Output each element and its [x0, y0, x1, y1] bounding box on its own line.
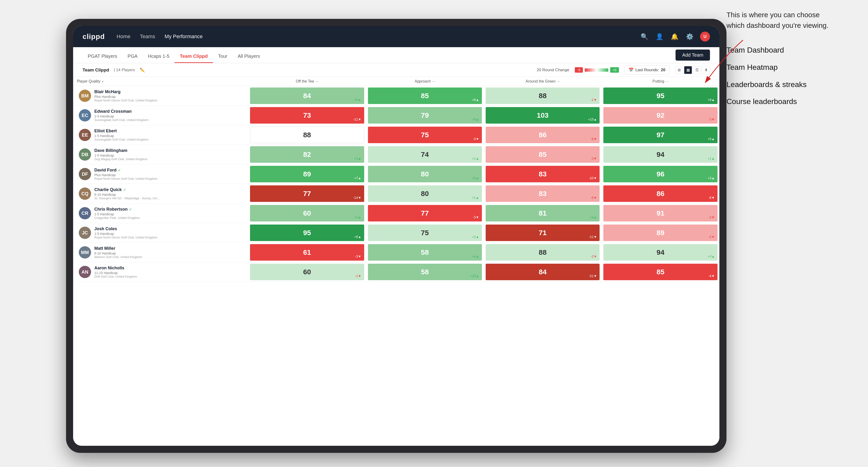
player-cell[interactable]: DF David Ford✓ Plus Handicap Royal North…: [73, 164, 248, 184]
column-header-putting[interactable]: Putting —: [601, 77, 719, 86]
score-cell[interactable]: 84 -21▼: [484, 262, 601, 282]
player-cell[interactable]: CQ Charlie Quick✓ 6-10 Handicap St. Geor…: [73, 184, 248, 204]
score-cell[interactable]: 91 -3▼: [601, 204, 719, 223]
tab-pga[interactable]: PGA: [122, 54, 143, 63]
player-cell[interactable]: DB Dave Billingham 1-5 Handicap Gog Mago…: [73, 145, 248, 164]
score-cell[interactable]: 81 +4▲: [484, 204, 601, 223]
player-club: Royal North Devon Golf Club, United King…: [94, 177, 243, 181]
tab-team-clippd[interactable]: Team Clippd: [175, 54, 213, 63]
score-cell[interactable]: 58 +4▲: [366, 243, 484, 262]
score-cell[interactable]: 82 +4▲: [248, 145, 366, 164]
score-cell[interactable]: 77 -3▼: [366, 204, 484, 223]
list-view-button[interactable]: ☰: [693, 66, 701, 74]
bell-icon[interactable]: 🔔: [670, 32, 679, 41]
player-info: Chris Robertson✓ 1-5 Handicap Craigmilla…: [94, 207, 243, 220]
table-row: MM Matt Miller 6-10 Handicap Woburn Golf…: [73, 243, 719, 262]
edit-team-icon[interactable]: ✏️: [140, 67, 145, 73]
player-club: Gog Magog Golf Club, United Kingdom: [94, 157, 243, 161]
player-cell[interactable]: EC Edward Crossman 1-5 Handicap Sunningd…: [73, 106, 248, 125]
score-cell[interactable]: 60 +2▲: [248, 204, 366, 223]
heatmap-view-button[interactable]: ▦: [684, 66, 692, 74]
score-cell[interactable]: 103 +15▲: [484, 106, 601, 125]
score-cell[interactable]: 80 +3▲: [366, 164, 484, 184]
table-row: AN Aaron Nicholls 11-15 Handicap Drift G…: [73, 262, 719, 282]
score-cell[interactable]: 85 -4▼: [601, 262, 719, 282]
score-cell[interactable]: 85 +8▲: [366, 86, 484, 106]
annotation-item-2: Team Heatmap: [726, 62, 840, 73]
player-name: Matt Miller: [94, 246, 243, 251]
player-cell[interactable]: EE Elliot Ebert 1-5 Handicap Sunningdale…: [73, 125, 248, 145]
column-header-around-green[interactable]: Around the Green —: [484, 77, 601, 86]
column-header-approach[interactable]: Approach —: [366, 77, 484, 86]
score-cell[interactable]: 73 -11▼: [248, 106, 366, 125]
player-cell[interactable]: CR Chris Robertson✓ 1-5 Handicap Craigmi…: [73, 204, 248, 223]
add-team-button[interactable]: Add Team: [676, 50, 710, 61]
player-club: Sunningdale Golf Club, United Kingdom: [94, 138, 243, 141]
score-cell[interactable]: 86 -8▼: [601, 184, 719, 204]
score-cell[interactable]: 71 -11▼: [484, 223, 601, 243]
table-row: DB Dave Billingham 1-5 Handicap Gog Mago…: [73, 145, 719, 164]
score-cell[interactable]: 88 -2▼: [484, 243, 601, 262]
column-header-off-tee[interactable]: Off the Tee —: [248, 77, 366, 86]
score-cell[interactable]: 96 +3▲: [601, 164, 719, 184]
score-cell[interactable]: 77 -14▼: [248, 184, 366, 204]
tab-tour[interactable]: Tour: [213, 54, 232, 63]
score-cell[interactable]: 86 -6▼: [484, 125, 601, 145]
score-cell[interactable]: 79 +9▲: [366, 106, 484, 125]
score-cell[interactable]: 58 +10▲: [366, 262, 484, 282]
score-cell[interactable]: 83 -10▼: [484, 164, 601, 184]
player-cell[interactable]: AN Aaron Nicholls 11-15 Handicap Drift G…: [73, 262, 248, 282]
tab-pgat-players[interactable]: PGAT Players: [83, 54, 122, 63]
player-cell[interactable]: JC Josh Coles 1-5 Handicap Royal North D…: [73, 223, 248, 243]
sort-arrow-putting: —: [665, 80, 669, 83]
calendar-icon: 📅: [628, 67, 633, 72]
score-cell[interactable]: 84 +6▲: [248, 86, 366, 106]
score-cell[interactable]: 75 -3▼: [366, 125, 484, 145]
score-cell[interactable]: 85 -3▼: [484, 145, 601, 164]
last-rounds-selector[interactable]: 📅 Last Rounds: 20: [625, 65, 670, 74]
score-cell[interactable]: 74 +1▲: [366, 145, 484, 164]
nav-teams[interactable]: Teams: [140, 32, 155, 41]
player-avatar: JC: [79, 227, 91, 239]
score-cell[interactable]: 61 -3▼: [248, 243, 366, 262]
score-cell[interactable]: 75 +2▲: [366, 223, 484, 243]
user-icon[interactable]: 👤: [655, 32, 664, 41]
score-cell[interactable]: 95 +8▲: [248, 223, 366, 243]
player-info: Blair McHarg Plus Handicap Royal North D…: [94, 89, 243, 102]
download-button[interactable]: ⬇: [702, 66, 710, 74]
player-cell[interactable]: MM Matt Miller 6-10 Handicap Woburn Golf…: [73, 243, 248, 262]
nav-my-performance[interactable]: My Performance: [165, 32, 203, 41]
player-name: Elliot Ebert: [94, 129, 243, 133]
tab-all-players[interactable]: All Players: [232, 54, 265, 63]
column-header-player[interactable]: Player Quality ▾: [73, 77, 248, 86]
settings-icon[interactable]: ⚙️: [685, 32, 694, 41]
player-handicap: 1-5 Handicap: [94, 232, 243, 236]
user-avatar[interactable]: U: [700, 32, 710, 41]
verified-icon: ✓: [118, 168, 121, 172]
player-name: Charlie Quick✓: [94, 187, 243, 192]
score-cell[interactable]: 88: [248, 125, 366, 145]
score-cell[interactable]: 89 +7▲: [248, 164, 366, 184]
main-content-area: Player Quality ▾ Off the Tee —: [73, 77, 719, 446]
score-cell[interactable]: 92 -3▼: [601, 106, 719, 125]
search-icon[interactable]: 🔍: [640, 32, 649, 41]
player-info: Matt Miller 6-10 Handicap Woburn Golf Cl…: [94, 246, 243, 259]
score-cell[interactable]: 97 +5▲: [601, 125, 719, 145]
score-cell[interactable]: 80 +1▲: [366, 184, 484, 204]
score-cell[interactable]: 60 -1▼: [248, 262, 366, 282]
logo-text: clippd: [83, 33, 105, 40]
score-cell[interactable]: 94 +1▲: [601, 145, 719, 164]
top-navigation: clippd Home Teams My Performance 🔍 👤 🔔 ⚙…: [73, 26, 719, 47]
score-cell[interactable]: 94 +3▲: [601, 243, 719, 262]
score-cell[interactable]: 88 -1▼: [484, 86, 601, 106]
app-logo[interactable]: clippd: [83, 33, 105, 40]
score-cell[interactable]: 83 -6▼: [484, 184, 601, 204]
tab-hcaps[interactable]: Hcaps 1-5: [143, 54, 175, 63]
score-cell[interactable]: 95 +9▲: [601, 86, 719, 106]
nav-home[interactable]: Home: [117, 32, 130, 41]
player-info: Elliot Ebert 1-5 Handicap Sunningdale Go…: [94, 129, 243, 141]
player-cell[interactable]: BM Blair McHarg Plus Handicap Royal Nort…: [73, 86, 248, 106]
grid-view-button[interactable]: ⊞: [675, 66, 683, 74]
player-club: Sunningdale Golf Club, United Kingdom: [94, 118, 243, 122]
score-cell[interactable]: 89 -2▼: [601, 223, 719, 243]
